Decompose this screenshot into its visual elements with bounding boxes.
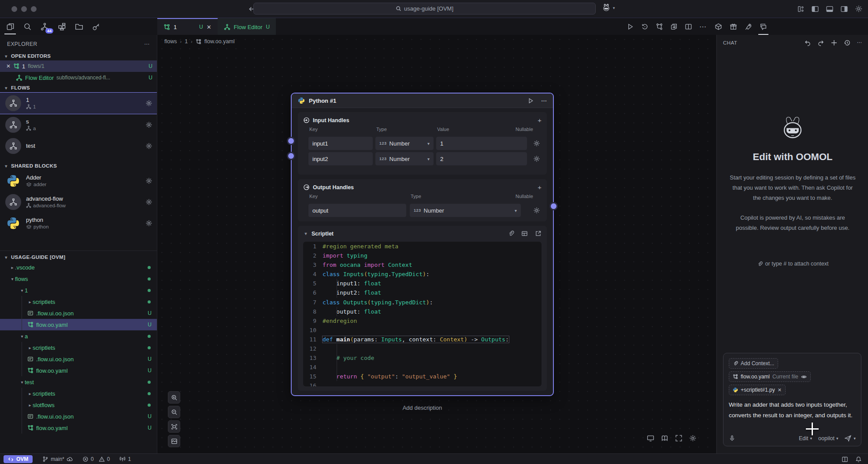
breadcrumb-item[interactable]: flows [164, 38, 177, 45]
code-line[interactable]: 12 [303, 344, 542, 353]
handle-key-field[interactable]: input2 [308, 152, 373, 165]
add-context-chip[interactable]: Add Context... [729, 358, 778, 369]
python-node[interactable]: Python #1 ⋯ Input Handles + Key Type Val… [291, 93, 554, 396]
open-editor-item[interactable]: ✕1flows/1U [0, 60, 157, 72]
rewards-gift-icon[interactable] [730, 21, 737, 32]
flow-list-item[interactable]: pythonpython [0, 213, 157, 234]
handle-key-field[interactable]: input1 [308, 137, 373, 150]
flow-list-item[interactable]: advanced-flowadvanced-flow [0, 191, 157, 213]
open-editors-header[interactable]: ▾ OPEN EDITORS [0, 52, 157, 60]
toggle-secondary-sidebar-icon[interactable] [840, 5, 848, 13]
code-line[interactable]: 8 output: float [303, 307, 542, 316]
close-editor-icon[interactable]: ✕ [6, 63, 11, 69]
code-line[interactable]: 3from oocana import Context [303, 260, 542, 269]
code-line[interactable]: 16 [303, 381, 542, 386]
code-line[interactable]: 13 # your code [303, 353, 542, 363]
command-search-box[interactable]: usage-guide [OVM] [253, 3, 596, 15]
add-input-icon[interactable]: + [538, 116, 542, 124]
chat-more-icon[interactable]: ⋯ [857, 39, 862, 46]
node-more-icon[interactable]: ⋯ [541, 97, 547, 104]
chat-input-box[interactable]: Add Context... flow.oo.yaml Current file… [723, 353, 861, 446]
code-line[interactable]: 9#endregion [303, 316, 542, 326]
mode-select[interactable]: Edit▾ [799, 435, 812, 442]
flows-section-header[interactable]: ▾ FLOWS [0, 83, 157, 92]
mic-icon[interactable] [729, 435, 735, 442]
item-settings-gear-icon[interactable] [145, 100, 152, 107]
code-line[interactable]: 10 [303, 326, 542, 335]
explorer-more-icon[interactable]: ⋯ [144, 41, 150, 47]
flows-view-icon[interactable]: 44 [40, 21, 49, 32]
model-select[interactable]: oopilot▾ [818, 435, 838, 442]
remote-indicator[interactable]: OVM [4, 455, 33, 463]
toggle-primary-sidebar-icon[interactable] [811, 5, 819, 13]
run-flow-icon[interactable] [627, 23, 634, 30]
chat-view-icon[interactable] [760, 21, 767, 32]
breadcrumb-item[interactable]: 1 [185, 38, 188, 45]
window-close-button[interactable] [11, 6, 17, 12]
send-button[interactable]: ▾ [844, 434, 856, 442]
search-view-icon[interactable] [22, 21, 32, 32]
chat-message-input[interactable]: Write an adder that adds two inputs toge… [729, 400, 856, 421]
tree-item-test[interactable]: ▾test [0, 376, 157, 388]
code-line[interactable]: 5 input1: float [303, 279, 542, 288]
explorer-view-icon[interactable] [5, 21, 15, 32]
node-run-icon[interactable] [527, 97, 534, 104]
input1-connector[interactable] [287, 137, 295, 145]
tree-item--flow-ui-oo-json[interactable]: .flow.ui.oo.jsonU [0, 411, 157, 422]
tree-item--vscode[interactable]: ▸.vscode [0, 262, 157, 273]
flow-graph-icon[interactable] [656, 23, 663, 30]
zoom-in-icon[interactable] [168, 391, 180, 404]
fit-view-icon[interactable] [168, 420, 180, 433]
current-file-chip[interactable]: flow.oo.yaml Current file [729, 371, 811, 382]
add-description-button[interactable]: Add description [291, 404, 554, 411]
handle-settings-gear-icon[interactable] [533, 140, 540, 147]
zoom-out-icon[interactable] [168, 406, 180, 418]
handle-type-select[interactable]: 123Number▾ [375, 152, 434, 165]
tree-item-flow-oo-yaml[interactable]: flow.oo.yamlU [0, 422, 157, 434]
code-line[interactable]: 1#region generated meta [303, 242, 542, 251]
tab-flow-editor[interactable]: Flow Editor U [218, 18, 276, 35]
code-line[interactable]: 4class Inputs(typing.TypedDict): [303, 269, 542, 279]
code-line[interactable]: 2import typing [303, 251, 542, 260]
console-icon[interactable] [647, 434, 654, 442]
add-output-icon[interactable]: + [538, 183, 542, 191]
flow-list-item[interactable]: Adderadder [0, 170, 157, 191]
handle-settings-gear-icon[interactable] [533, 207, 540, 214]
git-branch-status[interactable]: main* [42, 456, 73, 462]
settings-gear-icon[interactable] [855, 5, 863, 13]
code-line[interactable]: 7class Outputs(typing.TypedDict): [303, 298, 542, 307]
oomol-account-menu[interactable]: ▾ [601, 3, 615, 13]
tree-item--flow-ui-oo-json[interactable]: .flow.ui.oo.jsonU [0, 307, 157, 319]
tab-flow-1[interactable]: 1 U ✕ [157, 18, 218, 35]
flow-list-item[interactable]: sa [0, 114, 157, 135]
open-external-icon[interactable] [535, 230, 542, 237]
flow-canvas[interactable]: flows › 1 › flow.oo.yaml Python #1 ⋯ I [157, 35, 716, 453]
tree-item-a[interactable]: ▾a [0, 330, 157, 342]
item-settings-gear-icon[interactable] [145, 142, 152, 150]
handle-type-select[interactable]: 123Number▾ [410, 204, 521, 217]
item-settings-gear-icon[interactable] [145, 220, 152, 227]
fullscreen-icon[interactable] [675, 434, 683, 442]
code-line[interactable]: 15 return { "output": "output_value" } [303, 372, 542, 381]
chevron-down-icon[interactable]: ▾ [303, 231, 308, 236]
eye-icon[interactable] [801, 374, 807, 380]
flow-list-item[interactable]: test [0, 135, 157, 157]
folder-view-icon[interactable] [74, 21, 84, 32]
tab-close-icon[interactable]: ✕ [207, 24, 211, 30]
docs-icon[interactable] [661, 434, 668, 442]
history-icon[interactable] [844, 39, 851, 46]
code-line[interactable]: 14 [303, 363, 542, 372]
scriptlet-code-editor[interactable]: 1#region generated meta2import typing3fr… [303, 242, 542, 386]
handle-settings-gear-icon[interactable] [533, 155, 540, 162]
attach-paperclip-icon[interactable] [508, 230, 514, 237]
notifications-bell-icon[interactable] [855, 456, 862, 463]
canvas-settings-icon[interactable] [689, 434, 697, 442]
workspace-section-header[interactable]: ▾ USAGE-GUIDE [OVM] [0, 251, 157, 262]
tree-item-scriptlets[interactable]: ▸scriptlets [0, 388, 157, 399]
ports-status[interactable]: 1 [119, 456, 131, 462]
tree-item-flow-oo-yaml[interactable]: flow.oo.yamlU [0, 365, 157, 376]
item-settings-gear-icon[interactable] [145, 177, 152, 184]
window-minimize-button[interactable] [21, 6, 27, 12]
tree-item-1[interactable]: ▾1 [0, 284, 157, 296]
scriptlet-chip[interactable]: +scriptlet#1.py ✕ [729, 385, 786, 395]
